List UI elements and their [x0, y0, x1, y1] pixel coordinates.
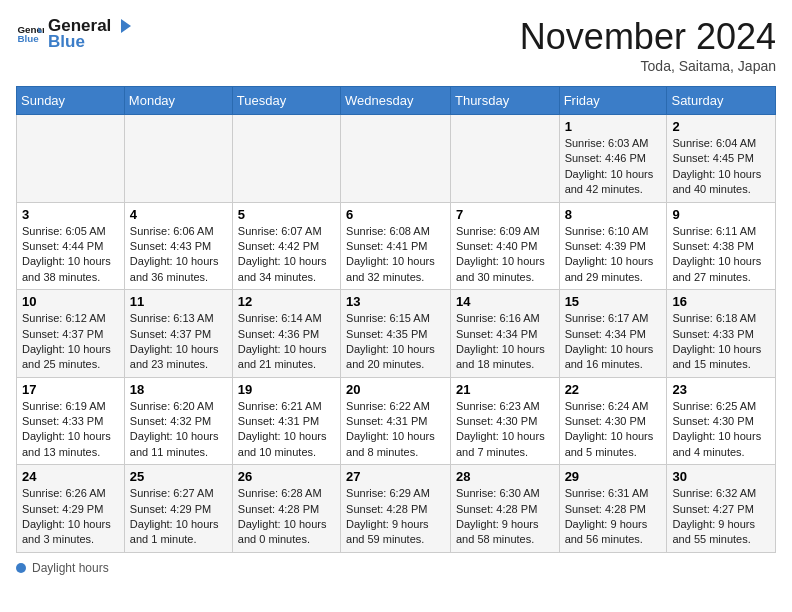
day-number: 6 [346, 207, 445, 222]
table-row: 18Sunrise: 6:20 AM Sunset: 4:32 PM Dayli… [124, 377, 232, 465]
day-number: 27 [346, 469, 445, 484]
day-info: Sunrise: 6:30 AM Sunset: 4:28 PM Dayligh… [456, 486, 554, 548]
table-row: 27Sunrise: 6:29 AM Sunset: 4:28 PM Dayli… [341, 465, 451, 553]
table-row: 2Sunrise: 6:04 AM Sunset: 4:45 PM Daylig… [667, 115, 776, 203]
day-number: 16 [672, 294, 770, 309]
day-number: 21 [456, 382, 554, 397]
svg-text:Blue: Blue [17, 33, 39, 44]
table-row [450, 115, 559, 203]
header-tuesday: Tuesday [232, 87, 340, 115]
day-number: 25 [130, 469, 227, 484]
day-info: Sunrise: 6:25 AM Sunset: 4:30 PM Dayligh… [672, 399, 770, 461]
day-info: Sunrise: 6:19 AM Sunset: 4:33 PM Dayligh… [22, 399, 119, 461]
table-row: 24Sunrise: 6:26 AM Sunset: 4:29 PM Dayli… [17, 465, 125, 553]
table-row: 26Sunrise: 6:28 AM Sunset: 4:28 PM Dayli… [232, 465, 340, 553]
day-number: 9 [672, 207, 770, 222]
day-info: Sunrise: 6:32 AM Sunset: 4:27 PM Dayligh… [672, 486, 770, 548]
day-info: Sunrise: 6:29 AM Sunset: 4:28 PM Dayligh… [346, 486, 445, 548]
day-info: Sunrise: 6:12 AM Sunset: 4:37 PM Dayligh… [22, 311, 119, 373]
table-row: 4Sunrise: 6:06 AM Sunset: 4:43 PM Daylig… [124, 202, 232, 290]
table-row: 13Sunrise: 6:15 AM Sunset: 4:35 PM Dayli… [341, 290, 451, 378]
table-row: 17Sunrise: 6:19 AM Sunset: 4:33 PM Dayli… [17, 377, 125, 465]
table-row: 10Sunrise: 6:12 AM Sunset: 4:37 PM Dayli… [17, 290, 125, 378]
daylight-label: Daylight hours [32, 561, 109, 575]
table-row: 1Sunrise: 6:03 AM Sunset: 4:46 PM Daylig… [559, 115, 667, 203]
day-number: 28 [456, 469, 554, 484]
daylight-dot [16, 563, 26, 573]
table-row: 5Sunrise: 6:07 AM Sunset: 4:42 PM Daylig… [232, 202, 340, 290]
title-block: November 2024 Toda, Saitama, Japan [520, 16, 776, 74]
table-row: 14Sunrise: 6:16 AM Sunset: 4:34 PM Dayli… [450, 290, 559, 378]
day-info: Sunrise: 6:15 AM Sunset: 4:35 PM Dayligh… [346, 311, 445, 373]
day-info: Sunrise: 6:17 AM Sunset: 4:34 PM Dayligh… [565, 311, 662, 373]
day-info: Sunrise: 6:09 AM Sunset: 4:40 PM Dayligh… [456, 224, 554, 286]
table-row: 3Sunrise: 6:05 AM Sunset: 4:44 PM Daylig… [17, 202, 125, 290]
day-number: 29 [565, 469, 662, 484]
day-number: 4 [130, 207, 227, 222]
day-number: 19 [238, 382, 335, 397]
day-info: Sunrise: 6:23 AM Sunset: 4:30 PM Dayligh… [456, 399, 554, 461]
header-thursday: Thursday [450, 87, 559, 115]
table-row: 20Sunrise: 6:22 AM Sunset: 4:31 PM Dayli… [341, 377, 451, 465]
location: Toda, Saitama, Japan [520, 58, 776, 74]
logo: General Blue General Blue [16, 16, 133, 52]
day-number: 20 [346, 382, 445, 397]
day-info: Sunrise: 6:16 AM Sunset: 4:34 PM Dayligh… [456, 311, 554, 373]
day-number: 5 [238, 207, 335, 222]
day-number: 11 [130, 294, 227, 309]
day-number: 18 [130, 382, 227, 397]
header-saturday: Saturday [667, 87, 776, 115]
header-wednesday: Wednesday [341, 87, 451, 115]
day-number: 15 [565, 294, 662, 309]
day-number: 13 [346, 294, 445, 309]
footer-note: Daylight hours [16, 561, 776, 575]
day-info: Sunrise: 6:18 AM Sunset: 4:33 PM Dayligh… [672, 311, 770, 373]
day-info: Sunrise: 6:03 AM Sunset: 4:46 PM Dayligh… [565, 136, 662, 198]
day-info: Sunrise: 6:11 AM Sunset: 4:38 PM Dayligh… [672, 224, 770, 286]
day-info: Sunrise: 6:31 AM Sunset: 4:28 PM Dayligh… [565, 486, 662, 548]
day-info: Sunrise: 6:24 AM Sunset: 4:30 PM Dayligh… [565, 399, 662, 461]
calendar-table: SundayMondayTuesdayWednesdayThursdayFrid… [16, 86, 776, 553]
day-number: 1 [565, 119, 662, 134]
table-row: 15Sunrise: 6:17 AM Sunset: 4:34 PM Dayli… [559, 290, 667, 378]
table-row: 29Sunrise: 6:31 AM Sunset: 4:28 PM Dayli… [559, 465, 667, 553]
day-number: 10 [22, 294, 119, 309]
day-number: 17 [22, 382, 119, 397]
table-row [124, 115, 232, 203]
header-monday: Monday [124, 87, 232, 115]
header-sunday: Sunday [17, 87, 125, 115]
day-info: Sunrise: 6:08 AM Sunset: 4:41 PM Dayligh… [346, 224, 445, 286]
table-row: 12Sunrise: 6:14 AM Sunset: 4:36 PM Dayli… [232, 290, 340, 378]
day-info: Sunrise: 6:14 AM Sunset: 4:36 PM Dayligh… [238, 311, 335, 373]
table-row: 28Sunrise: 6:30 AM Sunset: 4:28 PM Dayli… [450, 465, 559, 553]
table-row: 6Sunrise: 6:08 AM Sunset: 4:41 PM Daylig… [341, 202, 451, 290]
day-number: 30 [672, 469, 770, 484]
day-info: Sunrise: 6:28 AM Sunset: 4:28 PM Dayligh… [238, 486, 335, 548]
table-row: 19Sunrise: 6:21 AM Sunset: 4:31 PM Dayli… [232, 377, 340, 465]
day-info: Sunrise: 6:06 AM Sunset: 4:43 PM Dayligh… [130, 224, 227, 286]
table-row [341, 115, 451, 203]
table-row: 7Sunrise: 6:09 AM Sunset: 4:40 PM Daylig… [450, 202, 559, 290]
day-info: Sunrise: 6:26 AM Sunset: 4:29 PM Dayligh… [22, 486, 119, 548]
table-row: 8Sunrise: 6:10 AM Sunset: 4:39 PM Daylig… [559, 202, 667, 290]
logo-arrow-icon [113, 16, 133, 36]
day-number: 7 [456, 207, 554, 222]
day-info: Sunrise: 6:07 AM Sunset: 4:42 PM Dayligh… [238, 224, 335, 286]
table-row: 22Sunrise: 6:24 AM Sunset: 4:30 PM Dayli… [559, 377, 667, 465]
day-info: Sunrise: 6:05 AM Sunset: 4:44 PM Dayligh… [22, 224, 119, 286]
day-number: 24 [22, 469, 119, 484]
table-row: 21Sunrise: 6:23 AM Sunset: 4:30 PM Dayli… [450, 377, 559, 465]
logo-icon: General Blue [16, 20, 44, 48]
table-row: 9Sunrise: 6:11 AM Sunset: 4:38 PM Daylig… [667, 202, 776, 290]
svg-marker-3 [121, 19, 131, 33]
day-info: Sunrise: 6:22 AM Sunset: 4:31 PM Dayligh… [346, 399, 445, 461]
day-info: Sunrise: 6:04 AM Sunset: 4:45 PM Dayligh… [672, 136, 770, 198]
day-number: 23 [672, 382, 770, 397]
table-row: 16Sunrise: 6:18 AM Sunset: 4:33 PM Dayli… [667, 290, 776, 378]
table-row: 11Sunrise: 6:13 AM Sunset: 4:37 PM Dayli… [124, 290, 232, 378]
day-number: 2 [672, 119, 770, 134]
day-number: 14 [456, 294, 554, 309]
day-info: Sunrise: 6:13 AM Sunset: 4:37 PM Dayligh… [130, 311, 227, 373]
day-number: 8 [565, 207, 662, 222]
table-row [232, 115, 340, 203]
